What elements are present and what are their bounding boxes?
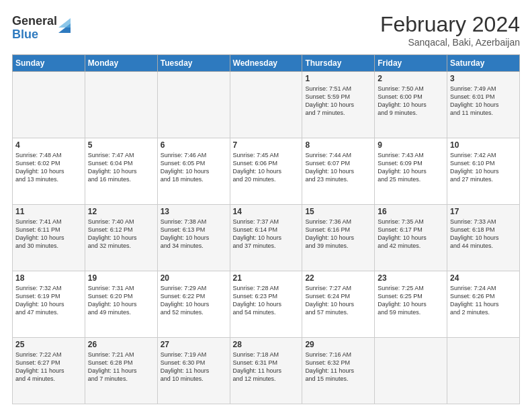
calendar-cell-w5-d2: 26Sunrise: 7:21 AM Sunset: 6:28 PM Dayli… [85, 338, 157, 404]
day-info: Sunrise: 7:44 AM Sunset: 6:07 PM Dayligh… [305, 151, 371, 184]
day-info: Sunrise: 7:21 AM Sunset: 6:28 PM Dayligh… [88, 351, 154, 383]
day-info: Sunrise: 7:19 AM Sunset: 6:30 PM Dayligh… [161, 351, 227, 383]
col-wednesday: Wednesday [230, 55, 302, 72]
day-info: Sunrise: 7:35 AM Sunset: 6:17 PM Dayligh… [378, 218, 444, 250]
day-number: 1 [305, 74, 371, 83]
day-info: Sunrise: 7:24 AM Sunset: 6:26 PM Dayligh… [450, 284, 517, 317]
calendar-cell-w4-d6: 23Sunrise: 7:25 AM Sunset: 6:25 PM Dayli… [375, 271, 447, 338]
calendar-cell-w3-d1: 11Sunrise: 7:41 AM Sunset: 6:11 PM Dayli… [13, 205, 85, 271]
day-info: Sunrise: 7:51 AM Sunset: 5:59 PM Dayligh… [305, 85, 371, 118]
calendar-cell-w2-d1: 4Sunrise: 7:48 AM Sunset: 6:02 PM Daylig… [13, 138, 85, 205]
day-info: Sunrise: 7:25 AM Sunset: 6:25 PM Dayligh… [378, 284, 444, 317]
day-number: 17 [450, 207, 517, 216]
logo-blue: Blue [12, 28, 57, 42]
day-number: 3 [450, 74, 517, 83]
day-number: 11 [15, 207, 82, 216]
calendar-week-3: 11Sunrise: 7:41 AM Sunset: 6:11 PM Dayli… [13, 205, 520, 271]
calendar-cell-w1-d3 [157, 72, 230, 138]
day-number: 25 [15, 340, 82, 349]
col-tuesday: Tuesday [157, 55, 230, 72]
day-info: Sunrise: 7:32 AM Sunset: 6:19 PM Dayligh… [15, 284, 82, 317]
day-info: Sunrise: 7:41 AM Sunset: 6:11 PM Dayligh… [15, 218, 82, 250]
day-info: Sunrise: 7:40 AM Sunset: 6:12 PM Dayligh… [88, 218, 154, 250]
calendar-cell-w4-d3: 20Sunrise: 7:29 AM Sunset: 6:22 PM Dayli… [157, 271, 230, 338]
svg-marker-1 [58, 18, 71, 28]
day-info: Sunrise: 7:49 AM Sunset: 6:01 PM Dayligh… [450, 85, 517, 118]
day-number: 18 [15, 273, 82, 283]
calendar-week-1: 1Sunrise: 7:51 AM Sunset: 5:59 PM Daylig… [13, 72, 520, 138]
logo-icon [58, 17, 71, 33]
day-number: 10 [450, 140, 517, 150]
calendar-header-row: Sunday Monday Tuesday Wednesday Thursday… [13, 55, 520, 72]
calendar-cell-w1-d6: 2Sunrise: 7:50 AM Sunset: 6:00 PM Daylig… [375, 72, 447, 138]
calendar-cell-w4-d2: 19Sunrise: 7:31 AM Sunset: 6:20 PM Dayli… [85, 271, 157, 338]
calendar-cell-w5-d5: 29Sunrise: 7:16 AM Sunset: 6:32 PM Dayli… [302, 338, 375, 404]
calendar-cell-w3-d5: 15Sunrise: 7:36 AM Sunset: 6:16 PM Dayli… [302, 205, 375, 271]
day-number: 12 [88, 207, 154, 216]
day-number: 4 [15, 140, 82, 150]
day-number: 5 [88, 140, 154, 150]
day-number: 9 [378, 140, 444, 150]
col-saturday: Saturday [447, 55, 520, 72]
day-number: 26 [88, 340, 154, 349]
calendar-cell-w3-d6: 16Sunrise: 7:35 AM Sunset: 6:17 PM Dayli… [375, 205, 447, 271]
calendar-week-5: 25Sunrise: 7:22 AM Sunset: 6:27 PM Dayli… [13, 338, 520, 404]
col-friday: Friday [375, 55, 447, 72]
calendar-week-4: 18Sunrise: 7:32 AM Sunset: 6:19 PM Dayli… [13, 271, 520, 338]
day-number: 19 [88, 273, 154, 283]
day-number: 13 [161, 207, 227, 216]
day-number: 20 [161, 273, 227, 283]
calendar-cell-w5-d7 [447, 338, 520, 404]
calendar-cell-w3-d3: 13Sunrise: 7:38 AM Sunset: 6:13 PM Dayli… [157, 205, 230, 271]
calendar-cell-w3-d7: 17Sunrise: 7:33 AM Sunset: 6:18 PM Dayli… [447, 205, 520, 271]
day-info: Sunrise: 7:28 AM Sunset: 6:23 PM Dayligh… [233, 284, 300, 317]
calendar-cell-w2-d5: 8Sunrise: 7:44 AM Sunset: 6:07 PM Daylig… [302, 138, 375, 205]
day-number: 15 [305, 207, 371, 216]
day-number: 6 [161, 140, 227, 150]
day-number: 21 [233, 273, 300, 283]
day-number: 2 [378, 74, 444, 83]
day-info: Sunrise: 7:22 AM Sunset: 6:27 PM Dayligh… [15, 351, 82, 383]
calendar-cell-w2-d4: 7Sunrise: 7:45 AM Sunset: 6:06 PM Daylig… [230, 138, 302, 205]
calendar-cell-w5-d3: 27Sunrise: 7:19 AM Sunset: 6:30 PM Dayli… [157, 338, 230, 404]
calendar-cell-w5-d6 [375, 338, 447, 404]
logo-general: General [12, 15, 57, 28]
day-number: 14 [233, 207, 300, 216]
day-info: Sunrise: 7:43 AM Sunset: 6:09 PM Dayligh… [378, 151, 444, 184]
calendar-table: Sunday Monday Tuesday Wednesday Thursday… [12, 54, 520, 404]
day-number: 28 [233, 340, 300, 349]
day-info: Sunrise: 7:38 AM Sunset: 6:13 PM Dayligh… [161, 218, 227, 250]
calendar-cell-w5-d4: 28Sunrise: 7:18 AM Sunset: 6:31 PM Dayli… [230, 338, 302, 404]
calendar-cell-w2-d6: 9Sunrise: 7:43 AM Sunset: 6:09 PM Daylig… [375, 138, 447, 205]
calendar-cell-w1-d2 [85, 72, 157, 138]
day-info: Sunrise: 7:33 AM Sunset: 6:18 PM Dayligh… [450, 218, 517, 250]
calendar-cell-w2-d7: 10Sunrise: 7:42 AM Sunset: 6:10 PM Dayli… [447, 138, 520, 205]
calendar-cell-w4-d7: 24Sunrise: 7:24 AM Sunset: 6:26 PM Dayli… [447, 271, 520, 338]
calendar-cell-w4-d5: 22Sunrise: 7:27 AM Sunset: 6:24 PM Dayli… [302, 271, 375, 338]
page-subtitle: Sanqacal, Baki, Azerbaijan [380, 37, 520, 48]
day-number: 16 [378, 207, 444, 216]
calendar-cell-w4-d1: 18Sunrise: 7:32 AM Sunset: 6:19 PM Dayli… [13, 271, 85, 338]
day-info: Sunrise: 7:45 AM Sunset: 6:06 PM Dayligh… [233, 151, 300, 184]
day-number: 24 [450, 273, 517, 283]
day-info: Sunrise: 7:46 AM Sunset: 6:05 PM Dayligh… [161, 151, 227, 184]
day-info: Sunrise: 7:42 AM Sunset: 6:10 PM Dayligh… [450, 151, 517, 184]
calendar-cell-w1-d4 [230, 72, 302, 138]
day-info: Sunrise: 7:31 AM Sunset: 6:20 PM Dayligh… [88, 284, 154, 317]
day-info: Sunrise: 7:50 AM Sunset: 6:00 PM Dayligh… [378, 85, 444, 118]
col-thursday: Thursday [302, 55, 375, 72]
day-info: Sunrise: 7:47 AM Sunset: 6:04 PM Dayligh… [88, 151, 154, 184]
title-block: February 2024 Sanqacal, Baki, Azerbaijan [380, 12, 520, 48]
col-monday: Monday [85, 55, 157, 72]
calendar-cell-w2-d3: 6Sunrise: 7:46 AM Sunset: 6:05 PM Daylig… [157, 138, 230, 205]
logo: General Blue [12, 15, 71, 42]
day-number: 8 [305, 140, 371, 150]
day-info: Sunrise: 7:29 AM Sunset: 6:22 PM Dayligh… [161, 284, 227, 317]
day-number: 7 [233, 140, 300, 150]
calendar-week-2: 4Sunrise: 7:48 AM Sunset: 6:02 PM Daylig… [13, 138, 520, 205]
day-number: 29 [305, 340, 371, 349]
day-info: Sunrise: 7:16 AM Sunset: 6:32 PM Dayligh… [305, 351, 371, 383]
calendar-cell-w4-d4: 21Sunrise: 7:28 AM Sunset: 6:23 PM Dayli… [230, 271, 302, 338]
calendar-cell-w1-d5: 1Sunrise: 7:51 AM Sunset: 5:59 PM Daylig… [302, 72, 375, 138]
calendar-cell-w5-d1: 25Sunrise: 7:22 AM Sunset: 6:27 PM Dayli… [13, 338, 85, 404]
